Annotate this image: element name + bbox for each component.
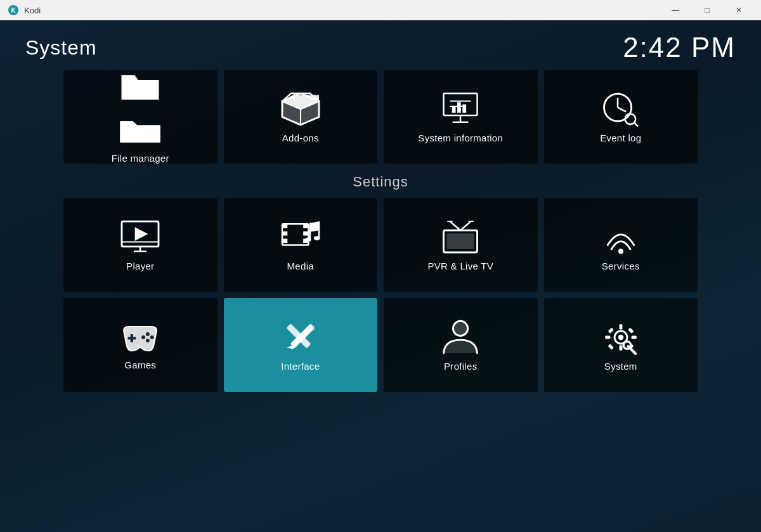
svg-line-22 — [634, 122, 638, 126]
tv-antenna-icon — [439, 219, 482, 256]
svg-rect-15 — [452, 106, 456, 112]
add-ons-label: Add-ons — [282, 133, 319, 143]
tile-system-information[interactable]: System information — [384, 70, 538, 164]
tile-interface[interactable]: Interface — [224, 298, 378, 392]
grid-area: File manager — [0, 70, 761, 392]
kodi-logo: K — [8, 4, 19, 16]
svg-line-55 — [287, 344, 290, 347]
svg-point-49 — [150, 335, 154, 339]
mid-row: Player — [63, 198, 698, 292]
svg-rect-17 — [463, 104, 467, 112]
svg-point-50 — [141, 335, 145, 339]
tile-games[interactable]: Games — [63, 298, 218, 392]
games-label: Games — [124, 360, 156, 370]
tile-media[interactable]: Media — [224, 198, 378, 292]
top-row: File manager — [63, 70, 698, 164]
svg-point-59 — [618, 334, 623, 339]
svg-line-41 — [450, 221, 461, 230]
system-label: System — [604, 361, 637, 372]
header: System 2:42 PM — [0, 20, 761, 70]
svg-marker-27 — [135, 227, 148, 241]
tile-event-log[interactable]: Event log — [544, 70, 698, 164]
tile-player[interactable]: Player — [63, 198, 218, 292]
interface-label: Interface — [281, 361, 320, 372]
svg-point-45 — [618, 249, 623, 254]
svg-point-51 — [146, 339, 150, 342]
monitor-play-icon — [119, 219, 162, 256]
svg-rect-66 — [608, 344, 613, 349]
svg-rect-61 — [619, 345, 622, 350]
services-label: Services — [602, 261, 640, 271]
svg-point-57 — [453, 321, 468, 335]
file-manager-label: File manager — [112, 153, 169, 164]
person-icon — [439, 319, 482, 356]
pvr-live-tv-label: PVR & Live TV — [427, 261, 493, 271]
svg-point-68 — [623, 341, 631, 349]
svg-rect-63 — [631, 335, 636, 339]
titlebar: K Kodi — □ ✕ — [0, 0, 761, 20]
gamepad-icon — [119, 320, 162, 354]
tile-services[interactable]: Services — [544, 198, 698, 292]
svg-rect-47 — [128, 337, 136, 339]
maximize-button[interactable]: □ — [693, 0, 722, 20]
minimize-button[interactable]: — — [661, 0, 690, 20]
profiles-label: Profiles — [444, 361, 477, 372]
svg-rect-31 — [282, 238, 287, 243]
folder-icon-svg — [117, 112, 163, 148]
clock-display: 2:42 PM — [623, 32, 736, 63]
app-area: System 2:42 PM File — [0, 20, 761, 532]
svg-point-38 — [313, 236, 320, 240]
svg-point-37 — [304, 237, 311, 242]
media-label: Media — [287, 261, 314, 271]
svg-rect-64 — [608, 327, 613, 333]
ruler-pencil-icon — [279, 319, 322, 356]
tile-profiles[interactable]: Profiles — [384, 298, 538, 392]
tile-file-manager[interactable]: File manager — [63, 70, 218, 164]
page-title: System — [25, 36, 97, 60]
svg-rect-32 — [303, 224, 308, 228]
system-information-label: System information — [418, 133, 503, 143]
window-controls: — □ ✕ — [661, 0, 753, 20]
svg-rect-62 — [605, 335, 610, 339]
svg-rect-60 — [619, 324, 622, 329]
bot-row: Games Interface — [63, 298, 698, 392]
gear-wrench-icon — [599, 319, 642, 356]
svg-line-20 — [618, 107, 626, 112]
tile-add-ons[interactable]: Add-ons — [224, 70, 378, 164]
tile-system[interactable]: System — [544, 298, 698, 392]
player-label: Player — [126, 261, 154, 271]
tile-pvr-live-tv[interactable]: PVR & Live TV — [384, 198, 538, 292]
svg-line-42 — [460, 221, 471, 230]
svg-rect-65 — [628, 327, 634, 333]
box-icon — [279, 91, 322, 127]
titlebar-app-name: Kodi — [24, 6, 656, 15]
svg-text:K: K — [11, 7, 16, 14]
svg-point-48 — [146, 332, 150, 335]
svg-rect-33 — [303, 231, 308, 235]
settings-section-label: Settings — [63, 174, 698, 190]
close-button[interactable]: ✕ — [724, 0, 753, 20]
clock-search-icon — [599, 91, 642, 127]
film-music-icon — [279, 219, 322, 256]
svg-rect-16 — [457, 102, 461, 113]
svg-rect-30 — [282, 231, 287, 235]
svg-point-21 — [625, 114, 635, 124]
broadcast-icon — [599, 219, 642, 256]
event-log-label: Event log — [600, 133, 641, 143]
projector-icon — [439, 91, 482, 127]
folder-icon — [120, 70, 160, 105]
svg-rect-40 — [447, 233, 474, 249]
svg-rect-29 — [282, 224, 287, 228]
